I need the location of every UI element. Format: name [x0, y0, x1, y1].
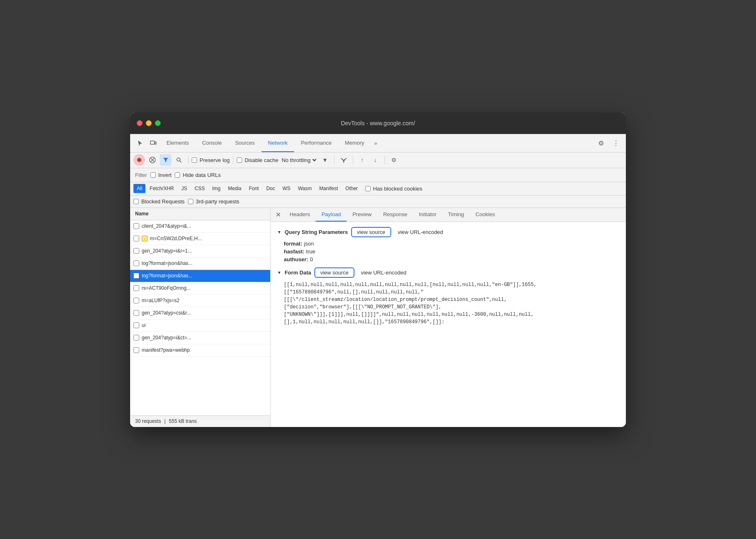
request-item[interactable]: ui — [130, 320, 270, 332]
request-item[interactable]: rs=ACT90oFqOrnng... — [130, 282, 270, 295]
request-item[interactable]: m=aLUfP?xjs=s2 — [130, 295, 270, 307]
has-blocked-cookies-label[interactable]: Has blocked cookies — [365, 186, 422, 192]
filter-icon[interactable] — [160, 154, 171, 166]
request-checkbox[interactable] — [133, 223, 139, 229]
svg-rect-1 — [155, 142, 156, 144]
form-view-url-encoded[interactable]: view URL-encoded — [358, 268, 410, 277]
detail-tab-payload[interactable]: Payload — [316, 208, 347, 222]
form-view-source-button[interactable]: view source — [314, 267, 354, 278]
download-icon[interactable]: ↓ — [370, 154, 381, 166]
preserve-log-label[interactable]: Preserve log — [192, 157, 230, 163]
record-button[interactable] — [133, 154, 145, 166]
title-bar: DevTools - www.google.com/ — [130, 112, 626, 134]
param-key-hasfast: hasfast: — [284, 248, 304, 255]
filter-img[interactable]: Img — [209, 184, 224, 193]
devtools-window: DevTools - www.google.com/ Elements Cons… — [130, 112, 626, 427]
tab-network[interactable]: Network — [262, 134, 295, 152]
form-data-title: Form Data — [285, 270, 311, 276]
detail-tab-preview[interactable]: Preview — [347, 208, 377, 222]
svg-point-8 — [343, 162, 344, 163]
request-checkbox[interactable] — [133, 285, 139, 291]
cursor-icon[interactable] — [133, 136, 147, 150]
has-blocked-cookies-container: Has blocked cookies — [365, 186, 422, 192]
param-row-authuser: authuser: 0 — [284, 256, 619, 262]
detail-tab-timing[interactable]: Timing — [442, 208, 470, 222]
filter-js[interactable]: JS — [178, 184, 190, 193]
request-checkbox[interactable] — [133, 335, 139, 341]
invert-label[interactable]: Invert — [150, 172, 172, 178]
tab-performance[interactable]: Performance — [294, 134, 338, 152]
request-checkbox[interactable] — [133, 322, 139, 328]
detail-tab-initiator[interactable]: Initiator — [413, 208, 442, 222]
filter-fetch-xhr[interactable]: Fetch/XHR — [146, 184, 177, 193]
minimize-button[interactable] — [146, 120, 152, 126]
query-string-title: Query String Parameters — [285, 229, 348, 235]
upload-icon[interactable]: ↑ — [357, 154, 368, 166]
filter-ws[interactable]: WS — [279, 184, 294, 193]
request-item[interactable]: gen_204?atyp=i&r=1... — [130, 245, 270, 258]
request-checkbox[interactable] — [133, 347, 139, 353]
device-toggle-icon[interactable] — [147, 136, 160, 150]
tab-memory[interactable]: Memory — [338, 134, 371, 152]
request-item[interactable]: manifest?pwa=webhp — [130, 344, 270, 357]
query-string-section-header: ▼ Query String Parameters view source vi… — [277, 227, 619, 237]
blocked-requests-label[interactable]: Blocked Requests — [133, 198, 185, 205]
filter-all[interactable]: All — [133, 184, 145, 193]
detail-content: ▼ Query String Parameters view source vi… — [271, 222, 626, 427]
filter-font[interactable]: Font — [245, 184, 262, 193]
request-checkbox[interactable] — [133, 248, 139, 254]
third-party-label[interactable]: 3rd-party requests — [188, 198, 240, 205]
request-checkbox[interactable] — [133, 310, 139, 316]
request-checkbox[interactable] — [133, 236, 139, 241]
request-checkbox[interactable] — [133, 260, 139, 266]
query-view-url-encoded[interactable]: view URL-encoded — [395, 228, 447, 236]
throttle-select[interactable]: No throttling — [280, 157, 318, 164]
network-settings-icon[interactable]: ⚙ — [388, 154, 400, 166]
tab-sources[interactable]: Sources — [228, 134, 262, 152]
hide-data-urls-checkbox[interactable] — [175, 172, 180, 178]
maximize-button[interactable] — [155, 120, 161, 126]
request-item[interactable]: gen_204?atyp=csi&r... — [130, 307, 270, 320]
wifi-icon[interactable] — [338, 154, 349, 166]
disable-cache-label[interactable]: Disable cache — [237, 157, 278, 163]
traffic-lights — [137, 120, 161, 126]
close-button[interactable] — [137, 120, 143, 126]
query-view-source-button[interactable]: view source — [351, 227, 391, 237]
request-checkbox[interactable] — [133, 273, 139, 279]
third-party-checkbox[interactable] — [188, 199, 193, 204]
detail-tab-headers[interactable]: Headers — [284, 208, 316, 222]
settings-icon[interactable]: ⚙ — [594, 136, 608, 150]
request-item[interactable]: ● m=CnSW2d,DPreE,H... — [130, 233, 270, 245]
svg-line-7 — [180, 161, 181, 162]
svg-point-2 — [137, 158, 141, 162]
search-icon[interactable] — [173, 154, 185, 166]
clear-button[interactable] — [147, 154, 158, 166]
invert-checkbox[interactable] — [150, 172, 156, 178]
request-item-selected[interactable]: log?format=json&has... — [130, 270, 270, 282]
filter-manifest[interactable]: Manifest — [316, 184, 341, 193]
tab-elements[interactable]: Elements — [160, 134, 195, 152]
filter-wasm[interactable]: Wasm — [295, 184, 315, 193]
more-options-icon[interactable]: ⋮ — [609, 136, 623, 150]
request-item[interactable]: client_204?&atyp=i&... — [130, 220, 270, 233]
detail-tab-cookies[interactable]: Cookies — [470, 208, 501, 222]
filter-other[interactable]: Other — [342, 184, 361, 193]
detail-close-icon[interactable]: ✕ — [272, 209, 284, 220]
form-data-line-3: [[[\"/client_streamz/location/location_p… — [284, 296, 619, 303]
preserve-log-checkbox[interactable] — [192, 157, 197, 163]
filter-css[interactable]: CSS — [191, 184, 208, 193]
has-blocked-cookies-checkbox[interactable] — [365, 186, 371, 191]
disable-cache-checkbox[interactable] — [237, 157, 242, 163]
blocked-requests-checkbox[interactable] — [133, 199, 139, 204]
hide-data-urls-label[interactable]: Hide data URLs — [175, 172, 221, 178]
throttle-arrow-icon[interactable]: ▼ — [319, 154, 331, 166]
request-item[interactable]: gen_204?atyp=i&ct=... — [130, 332, 270, 344]
tab-console[interactable]: Console — [195, 134, 228, 152]
filter-doc[interactable]: Doc — [263, 184, 278, 193]
detail-tab-response[interactable]: Response — [377, 208, 413, 222]
request-checkbox[interactable] — [133, 298, 139, 303]
request-item[interactable]: log?format=json&has... — [130, 258, 270, 270]
filter-media[interactable]: Media — [225, 184, 245, 193]
tab-overflow[interactable]: » — [371, 140, 380, 146]
separator-pipe: | — [164, 418, 166, 424]
